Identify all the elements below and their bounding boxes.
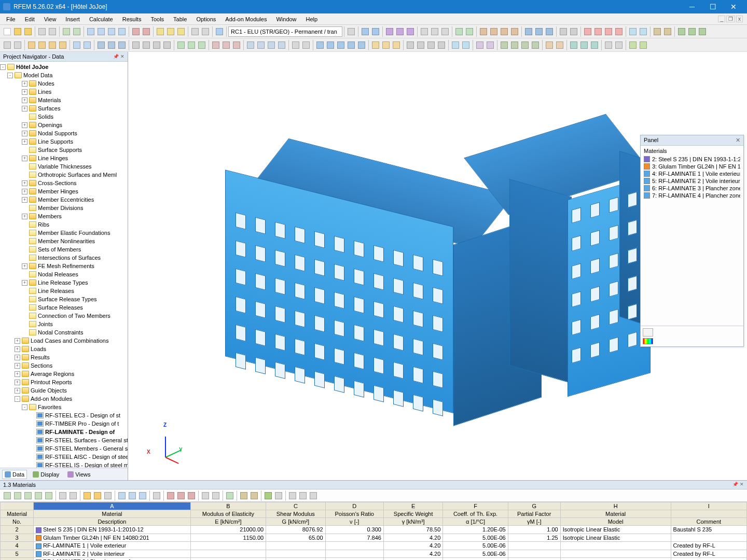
toolbar-button[interactable]	[604, 27, 613, 36]
toolbar-button[interactable]	[274, 491, 283, 500]
mdi-minimize-button[interactable]: _	[718, 16, 725, 22]
menu-table[interactable]: Table	[169, 15, 191, 23]
toolbar-button[interactable]	[301, 40, 311, 50]
toolbar-button[interactable]	[677, 27, 686, 36]
toolbar-button[interactable]	[614, 40, 624, 50]
tree-node[interactable]: Solids	[0, 113, 128, 121]
tree-node[interactable]: -Model Data	[0, 71, 128, 79]
table-pin-icon[interactable]: 📌 ✕	[732, 482, 744, 488]
toolbar-button[interactable]	[545, 40, 554, 50]
menu-insert[interactable]: Insert	[61, 15, 84, 23]
toolbar-button[interactable]	[500, 40, 509, 50]
toolbar-button[interactable]	[451, 40, 460, 50]
toolbar-button[interactable]	[385, 27, 394, 36]
toolbar-button[interactable]	[361, 27, 370, 36]
tree-node[interactable]: -Add-on Modules	[0, 395, 128, 403]
toolbar-button[interactable]	[176, 491, 186, 500]
toolbar-button[interactable]	[131, 27, 141, 36]
toolbar-button[interactable]	[288, 491, 297, 500]
toolbar-button[interactable]	[465, 27, 474, 36]
tree-node[interactable]: Surface Release Types	[0, 295, 128, 303]
toolbar-button[interactable]	[68, 491, 78, 500]
tree-node[interactable]: Member Nonlinearities	[0, 237, 128, 245]
toolbar-button[interactable]	[406, 40, 415, 50]
toolbar-button[interactable]	[117, 27, 127, 36]
toolbar-button[interactable]	[48, 40, 57, 50]
toolbar-button[interactable]	[107, 27, 116, 36]
table-row[interactable]: 2Steel S 235 | DIN EN 1993-1-1:2010-1221…	[1, 526, 747, 534]
toolbar-button[interactable]	[96, 27, 106, 36]
toolbar-button[interactable]	[653, 27, 662, 36]
toolbar-button[interactable]	[211, 491, 220, 500]
toolbar-button[interactable]	[138, 491, 147, 500]
maximize-button[interactable]: ☐	[702, 0, 723, 13]
toolbar-button[interactable]	[166, 27, 175, 36]
toolbar-button[interactable]	[392, 40, 401, 50]
tree-node[interactable]: Member Elastic Foundations	[0, 229, 128, 237]
panel-material-row[interactable]: 5: RF-LAMINATE 2 | Voile interieur	[644, 177, 740, 185]
toolbar-button[interactable]	[590, 40, 599, 50]
toolbar-button[interactable]	[48, 27, 57, 36]
toolbar-button[interactable]	[256, 40, 266, 50]
toolbar-button[interactable]	[27, 40, 36, 50]
toolbar-button[interactable]	[152, 491, 161, 500]
toolbar-button[interactable]	[37, 27, 47, 36]
toolbar-button[interactable]	[58, 491, 67, 500]
toolbar-button[interactable]	[215, 27, 224, 36]
toolbar-button[interactable]	[420, 27, 429, 36]
toolbar-button[interactable]	[687, 27, 697, 36]
toolbar-button[interactable]	[142, 40, 151, 50]
toolbar-button[interactable]	[298, 491, 308, 500]
panel-material-row[interactable]: 4: RF-LAMINATE 1 | Voile exterieur	[644, 170, 740, 177]
tree-node[interactable]: +Lines	[0, 88, 128, 96]
tree-node[interactable]: Connection of Two Members	[0, 312, 128, 320]
tree-node[interactable]: +Load Cases and Combinations	[0, 337, 128, 345]
toolbar-button[interactable]	[395, 27, 405, 36]
toolbar-button[interactable]	[187, 491, 196, 500]
toolbar-button[interactable]	[232, 40, 241, 50]
toolbar-button[interactable]	[72, 40, 81, 50]
toolbar-button[interactable]	[479, 27, 488, 36]
toolbar-button[interactable]	[152, 40, 161, 50]
table-row[interactable]: 3Glulam Timber GL24h | NF EN 14080:20111…	[1, 534, 747, 542]
toolbar-button[interactable]	[371, 27, 380, 36]
tree-node[interactable]: -Favorites	[0, 403, 128, 411]
toolbar-button[interactable]	[162, 40, 172, 50]
toolbar-button[interactable]	[437, 40, 446, 50]
toolbar-button[interactable]	[593, 27, 603, 36]
toolbar-button[interactable]	[315, 40, 325, 50]
toolbar-button[interactable]	[628, 40, 638, 50]
toolbar-button[interactable]	[13, 40, 22, 50]
toolbar-button[interactable]	[639, 40, 648, 50]
panel-material-row[interactable]: 7: RF-LAMINATE 4 | Plancher zone2	[644, 192, 740, 199]
toolbar-button[interactable]	[426, 40, 436, 50]
toolbar-button[interactable]	[524, 27, 533, 36]
tree-node[interactable]: +Nodes	[0, 79, 128, 88]
toolbar-button[interactable]	[197, 40, 206, 50]
tree-node[interactable]: +Average Regions	[0, 370, 128, 378]
tree-node[interactable]: RF-STEEL IS - Design of steel me	[0, 461, 128, 468]
menu-window[interactable]: Window	[272, 15, 300, 23]
menu-view[interactable]: View	[40, 15, 61, 23]
toolbar-button[interactable]	[222, 40, 231, 50]
toolbar-button[interactable]	[510, 40, 519, 50]
toolbar-button[interactable]	[72, 27, 81, 36]
tree-node[interactable]: -Hôtel JoJoe	[0, 63, 128, 71]
toolbar-button[interactable]	[250, 491, 259, 500]
toolbar-button[interactable]	[510, 27, 519, 36]
panel-tool-button[interactable]	[643, 328, 653, 337]
toolbar-button[interactable]	[187, 40, 196, 50]
toolbar-button[interactable]	[82, 40, 92, 50]
toolbar-button[interactable]	[534, 27, 544, 36]
tree-node[interactable]: +Member Hinges	[0, 187, 128, 195]
tree-node[interactable]: +Materials	[0, 96, 128, 104]
toolbar-button[interactable]	[486, 40, 495, 50]
toolbar-button[interactable]	[604, 40, 613, 50]
toolbar-button[interactable]	[309, 491, 318, 500]
tree-node[interactable]: Ribs	[0, 220, 128, 229]
toolbar-button[interactable]	[23, 491, 33, 500]
toolbar-button[interactable]	[117, 40, 127, 50]
toolbar-button[interactable]	[291, 40, 300, 50]
toolbar-button[interactable]	[34, 491, 43, 500]
toolbar-button[interactable]	[131, 40, 141, 50]
